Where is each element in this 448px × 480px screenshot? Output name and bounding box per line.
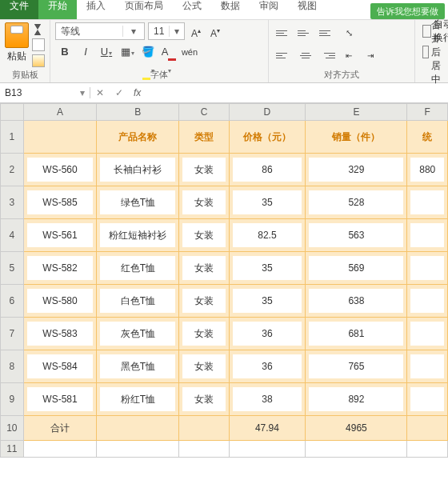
- cell-F2[interactable]: 880: [407, 154, 448, 186]
- cell-C9[interactable]: 女装: [179, 383, 229, 416]
- phonetic-button[interactable]: wén: [180, 42, 199, 62]
- cell-E1[interactable]: 销量（件）: [306, 121, 407, 154]
- fill-color-button[interactable]: 🪣▾: [138, 42, 158, 62]
- tell-me-hint[interactable]: 告诉我您想要做: [370, 3, 445, 19]
- tab-layout[interactable]: 页面布局: [115, 0, 173, 19]
- cell-F7[interactable]: [407, 318, 448, 350]
- tab-data[interactable]: 数据: [211, 0, 250, 19]
- spreadsheet-grid[interactable]: ABCDEF 1产品名称类型价格（元）销量（件）统2WS-560长袖白衬衫女装8…: [0, 103, 448, 458]
- cell-F6[interactable]: [407, 285, 448, 318]
- cell-B10[interactable]: [97, 416, 179, 441]
- cell-B6[interactable]: 白色T恤: [97, 285, 179, 318]
- row-header-8[interactable]: 8: [1, 350, 24, 383]
- row-header-9[interactable]: 9: [1, 383, 24, 416]
- indent-decrease-button[interactable]: ⇤: [338, 45, 359, 66]
- bold-button[interactable]: B: [55, 42, 74, 62]
- cell-D10[interactable]: 47.94: [229, 416, 306, 441]
- cell-C1[interactable]: 类型: [179, 121, 229, 154]
- cut-icon[interactable]: [32, 24, 43, 35]
- align-top-button[interactable]: [274, 22, 294, 43]
- copy-icon[interactable]: [32, 38, 45, 51]
- cell-D5[interactable]: 35: [229, 252, 306, 285]
- cell-D2[interactable]: 86: [229, 154, 306, 186]
- cell-B9[interactable]: 粉红T恤: [97, 383, 179, 416]
- chevron-down-icon[interactable]: ▾: [122, 26, 144, 37]
- cell-D3[interactable]: 35: [229, 186, 306, 219]
- col-header-C[interactable]: C: [179, 104, 229, 121]
- paste-button[interactable]: 粘贴: [5, 22, 29, 67]
- cell-E6[interactable]: 638: [306, 285, 407, 318]
- row-header-7[interactable]: 7: [1, 318, 24, 350]
- confirm-fx-button[interactable]: ✓: [110, 87, 129, 98]
- cell-F9[interactable]: [407, 383, 448, 416]
- tab-view[interactable]: 视图: [288, 0, 326, 19]
- cell-A11[interactable]: [23, 441, 97, 458]
- cell-A6[interactable]: WS-580: [23, 285, 97, 318]
- cell-F4[interactable]: [407, 219, 448, 252]
- shrink-font-button[interactable]: A▾: [207, 23, 223, 39]
- format-painter-icon[interactable]: [32, 54, 45, 67]
- cell-A8[interactable]: WS-584: [23, 350, 97, 383]
- cell-C11[interactable]: [179, 441, 229, 458]
- tab-home[interactable]: 开始: [38, 0, 77, 19]
- align-right-button[interactable]: [317, 45, 338, 66]
- cell-D6[interactable]: 35: [229, 285, 306, 318]
- cell-E2[interactable]: 329: [306, 154, 407, 186]
- indent-increase-button[interactable]: ⇥: [360, 45, 381, 66]
- tab-insert[interactable]: 插入: [77, 0, 115, 19]
- align-center-button[interactable]: [295, 45, 316, 66]
- merge-center-button[interactable]: 合并后居中 ▾: [420, 43, 448, 61]
- cell-A10[interactable]: 合计: [23, 416, 97, 441]
- cell-E5[interactable]: 569: [306, 252, 407, 285]
- font-color-button[interactable]: A▾: [159, 42, 178, 62]
- cell-C5[interactable]: 女装: [179, 252, 229, 285]
- tab-file[interactable]: 文件: [0, 0, 38, 19]
- name-box[interactable]: B13 ▾: [0, 87, 90, 98]
- col-header-E[interactable]: E: [306, 104, 407, 121]
- cell-F1[interactable]: 统: [407, 121, 448, 154]
- cell-D11[interactable]: [229, 441, 306, 458]
- col-header-D[interactable]: D: [229, 104, 306, 121]
- cell-E4[interactable]: 563: [306, 219, 407, 252]
- align-bottom-button[interactable]: [317, 22, 338, 43]
- cell-F8[interactable]: [407, 350, 448, 383]
- row-header-6[interactable]: 6: [1, 285, 24, 318]
- cell-C3[interactable]: 女装: [179, 186, 229, 219]
- cell-A4[interactable]: WS-561: [23, 219, 97, 252]
- col-header-F[interactable]: F: [407, 104, 448, 121]
- italic-button[interactable]: I: [76, 42, 95, 62]
- chevron-down-icon[interactable]: ▾: [169, 26, 184, 37]
- cell-D7[interactable]: 36: [229, 318, 306, 350]
- align-middle-button[interactable]: [295, 22, 316, 43]
- cell-E8[interactable]: 765: [306, 350, 407, 383]
- cell-B4[interactable]: 粉红短袖衬衫: [97, 219, 179, 252]
- cell-F5[interactable]: [407, 252, 448, 285]
- cell-D1[interactable]: 价格（元）: [229, 121, 306, 154]
- cell-C8[interactable]: 女装: [179, 350, 229, 383]
- row-header-2[interactable]: 2: [1, 154, 24, 186]
- cell-D4[interactable]: 82.5: [229, 219, 306, 252]
- cell-E10[interactable]: 4965: [306, 416, 407, 441]
- cell-B1[interactable]: 产品名称: [97, 121, 179, 154]
- row-header-10[interactable]: 10: [1, 416, 24, 441]
- cancel-fx-button[interactable]: ✕: [90, 87, 110, 98]
- row-header-4[interactable]: 4: [1, 219, 24, 252]
- grow-font-button[interactable]: A▴: [188, 23, 204, 39]
- cell-C2[interactable]: 女装: [179, 154, 229, 186]
- cell-A1[interactable]: [23, 121, 97, 154]
- cell-A7[interactable]: WS-583: [23, 318, 97, 350]
- cell-B2[interactable]: 长袖白衬衫: [97, 154, 179, 186]
- cell-A2[interactable]: WS-560: [23, 154, 97, 186]
- cell-B5[interactable]: 红色T恤: [97, 252, 179, 285]
- select-all-corner[interactable]: [1, 104, 24, 121]
- font-size-combo[interactable]: 11 ▾: [148, 22, 185, 40]
- cell-E3[interactable]: 528: [306, 186, 407, 219]
- col-header-B[interactable]: B: [97, 104, 179, 121]
- row-header-5[interactable]: 5: [1, 252, 24, 285]
- col-header-A[interactable]: A: [23, 104, 97, 121]
- cell-E7[interactable]: 681: [306, 318, 407, 350]
- row-header-3[interactable]: 3: [1, 186, 24, 219]
- cell-B11[interactable]: [97, 441, 179, 458]
- cell-E9[interactable]: 892: [306, 383, 407, 416]
- tab-formula[interactable]: 公式: [173, 0, 211, 19]
